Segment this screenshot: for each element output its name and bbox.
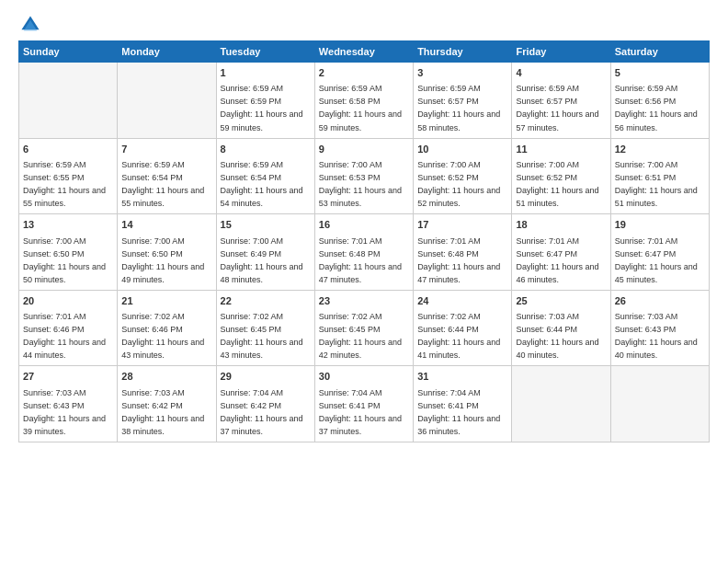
weekday-header: Sunday	[19, 41, 118, 63]
calendar-cell: 30Sunrise: 7:04 AMSunset: 6:41 PMDayligh…	[314, 366, 413, 442]
day-info: Sunrise: 7:02 AMSunset: 6:44 PMDaylight:…	[417, 312, 500, 360]
day-info: Sunrise: 7:02 AMSunset: 6:46 PMDaylight:…	[121, 312, 204, 360]
calendar-cell: 8Sunrise: 6:59 AMSunset: 6:54 PMDaylight…	[216, 138, 314, 214]
logo-icon	[20, 15, 40, 35]
calendar-cell: 15Sunrise: 7:00 AMSunset: 6:49 PMDayligh…	[216, 214, 314, 291]
weekday-header: Saturday	[610, 41, 709, 63]
day-info: Sunrise: 6:59 AMSunset: 6:56 PMDaylight:…	[615, 84, 698, 132]
calendar-cell: 5Sunrise: 6:59 AMSunset: 6:56 PMDaylight…	[610, 63, 709, 139]
day-number: 3	[417, 66, 507, 80]
day-number: 8	[221, 143, 311, 156]
day-info: Sunrise: 7:02 AMSunset: 6:45 PMDaylight:…	[221, 312, 303, 360]
day-number: 20	[23, 294, 113, 308]
day-info: Sunrise: 7:01 AMSunset: 6:46 PMDaylight:…	[23, 312, 106, 360]
day-number: 25	[516, 294, 606, 308]
day-info: Sunrise: 7:04 AMSunset: 6:41 PMDaylight:…	[319, 388, 402, 436]
day-info: Sunrise: 6:59 AMSunset: 6:57 PMDaylight:…	[516, 84, 598, 132]
day-number: 11	[516, 143, 606, 156]
calendar-cell: 3Sunrise: 6:59 AMSunset: 6:57 PMDaylight…	[414, 63, 512, 139]
day-number: 28	[121, 370, 211, 384]
day-number: 19	[615, 218, 705, 232]
calendar-cell: 21Sunrise: 7:02 AMSunset: 6:46 PMDayligh…	[118, 290, 216, 366]
calendar-cell: 14Sunrise: 7:00 AMSunset: 6:50 PMDayligh…	[118, 214, 216, 291]
day-info: Sunrise: 7:03 AMSunset: 6:44 PMDaylight:…	[516, 312, 598, 360]
day-info: Sunrise: 7:01 AMSunset: 6:47 PMDaylight:…	[615, 236, 698, 284]
calendar-cell	[610, 366, 709, 442]
day-number: 27	[23, 370, 113, 384]
calendar-cell	[118, 63, 216, 139]
calendar-cell	[19, 63, 118, 139]
calendar-cell: 26Sunrise: 7:03 AMSunset: 6:43 PMDayligh…	[610, 290, 709, 366]
day-number: 7	[121, 143, 211, 156]
day-number: 23	[319, 294, 409, 308]
day-number: 9	[319, 143, 409, 156]
day-info: Sunrise: 7:00 AMSunset: 6:50 PMDaylight:…	[121, 236, 204, 284]
logo	[18, 15, 44, 35]
day-info: Sunrise: 6:59 AMSunset: 6:59 PMDaylight:…	[221, 84, 303, 132]
day-number: 10	[417, 143, 507, 156]
weekday-header: Friday	[512, 41, 610, 63]
day-number: 26	[615, 294, 705, 308]
day-info: Sunrise: 7:04 AMSunset: 6:41 PMDaylight:…	[417, 388, 500, 436]
day-number: 24	[417, 294, 507, 308]
day-number: 13	[23, 218, 113, 232]
day-info: Sunrise: 7:03 AMSunset: 6:43 PMDaylight:…	[23, 388, 106, 436]
calendar-week-row: 1Sunrise: 6:59 AMSunset: 6:59 PMDaylight…	[19, 63, 710, 139]
calendar-cell: 9Sunrise: 7:00 AMSunset: 6:53 PMDaylight…	[314, 138, 413, 214]
calendar-cell: 19Sunrise: 7:01 AMSunset: 6:47 PMDayligh…	[610, 214, 709, 291]
day-info: Sunrise: 6:59 AMSunset: 6:54 PMDaylight:…	[221, 160, 303, 208]
calendar-cell: 23Sunrise: 7:02 AMSunset: 6:45 PMDayligh…	[314, 290, 413, 366]
day-info: Sunrise: 7:00 AMSunset: 6:52 PMDaylight:…	[417, 160, 500, 208]
calendar-cell: 28Sunrise: 7:03 AMSunset: 6:42 PMDayligh…	[118, 366, 216, 442]
calendar-table: SundayMondayTuesdayWednesdayThursdayFrid…	[18, 40, 710, 442]
day-number: 2	[319, 66, 409, 80]
calendar-cell: 13Sunrise: 7:00 AMSunset: 6:50 PMDayligh…	[19, 214, 118, 291]
weekday-header-row: SundayMondayTuesdayWednesdayThursdayFrid…	[19, 41, 710, 63]
calendar-cell: 29Sunrise: 7:04 AMSunset: 6:42 PMDayligh…	[216, 366, 314, 442]
weekday-header: Wednesday	[314, 41, 413, 63]
calendar-cell	[512, 366, 610, 442]
calendar-cell: 12Sunrise: 7:00 AMSunset: 6:51 PMDayligh…	[610, 138, 709, 214]
calendar-cell: 10Sunrise: 7:00 AMSunset: 6:52 PMDayligh…	[414, 138, 512, 214]
day-info: Sunrise: 6:59 AMSunset: 6:57 PMDaylight:…	[417, 84, 500, 132]
calendar-cell: 17Sunrise: 7:01 AMSunset: 6:48 PMDayligh…	[414, 214, 512, 291]
weekday-header: Tuesday	[216, 41, 314, 63]
day-number: 21	[121, 294, 211, 308]
day-number: 18	[516, 218, 606, 232]
day-number: 12	[615, 143, 705, 156]
calendar-cell: 25Sunrise: 7:03 AMSunset: 6:44 PMDayligh…	[512, 290, 610, 366]
day-number: 1	[221, 66, 311, 80]
day-number: 15	[221, 218, 311, 232]
calendar-cell: 11Sunrise: 7:00 AMSunset: 6:52 PMDayligh…	[512, 138, 610, 214]
day-number: 16	[319, 218, 409, 232]
day-info: Sunrise: 6:59 AMSunset: 6:55 PMDaylight:…	[23, 160, 106, 208]
weekday-header: Thursday	[414, 41, 512, 63]
day-info: Sunrise: 7:01 AMSunset: 6:47 PMDaylight:…	[516, 236, 598, 284]
calendar-week-row: 20Sunrise: 7:01 AMSunset: 6:46 PMDayligh…	[19, 290, 710, 366]
calendar-cell: 4Sunrise: 6:59 AMSunset: 6:57 PMDaylight…	[512, 63, 610, 139]
calendar-cell: 27Sunrise: 7:03 AMSunset: 6:43 PMDayligh…	[19, 366, 118, 442]
calendar-cell: 1Sunrise: 6:59 AMSunset: 6:59 PMDaylight…	[216, 63, 314, 139]
day-info: Sunrise: 7:00 AMSunset: 6:49 PMDaylight:…	[221, 236, 303, 284]
weekday-header: Monday	[118, 41, 216, 63]
day-number: 14	[121, 218, 211, 232]
day-info: Sunrise: 7:00 AMSunset: 6:52 PMDaylight:…	[516, 160, 598, 208]
day-number: 30	[319, 370, 409, 384]
day-number: 5	[615, 66, 705, 80]
calendar-week-row: 6Sunrise: 6:59 AMSunset: 6:55 PMDaylight…	[19, 138, 710, 214]
day-number: 6	[23, 143, 113, 156]
calendar-cell: 22Sunrise: 7:02 AMSunset: 6:45 PMDayligh…	[216, 290, 314, 366]
page: SundayMondayTuesdayWednesdayThursdayFrid…	[0, 0, 728, 563]
day-info: Sunrise: 7:02 AMSunset: 6:45 PMDaylight:…	[319, 312, 402, 360]
day-info: Sunrise: 7:03 AMSunset: 6:43 PMDaylight:…	[615, 312, 698, 360]
day-info: Sunrise: 7:00 AMSunset: 6:53 PMDaylight:…	[319, 160, 402, 208]
day-number: 31	[417, 370, 507, 384]
day-number: 17	[417, 218, 507, 232]
day-info: Sunrise: 7:00 AMSunset: 6:51 PMDaylight:…	[615, 160, 698, 208]
calendar-cell: 16Sunrise: 7:01 AMSunset: 6:48 PMDayligh…	[314, 214, 413, 291]
day-info: Sunrise: 7:00 AMSunset: 6:50 PMDaylight:…	[23, 236, 106, 284]
calendar-cell: 31Sunrise: 7:04 AMSunset: 6:41 PMDayligh…	[414, 366, 512, 442]
day-number: 29	[221, 370, 311, 384]
calendar-cell: 18Sunrise: 7:01 AMSunset: 6:47 PMDayligh…	[512, 214, 610, 291]
calendar-cell: 20Sunrise: 7:01 AMSunset: 6:46 PMDayligh…	[19, 290, 118, 366]
